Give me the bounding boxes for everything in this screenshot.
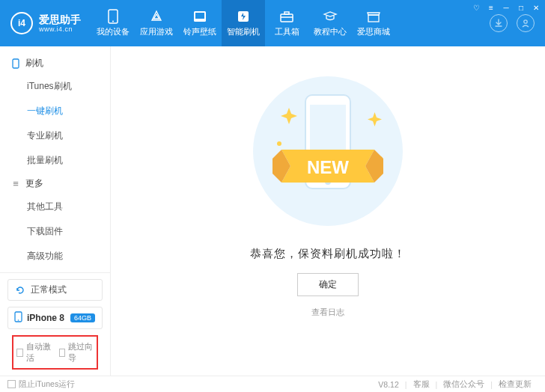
wechat-link[interactable]: 微信公众号 (437, 379, 490, 390)
sidebar-item-advanced[interactable]: 高级功能 (0, 244, 110, 269)
sidebar-bottom: 正常模式 iPhone 8 64GB 自动激活 跳过向导 (0, 272, 110, 376)
storage-badge: 64GB (70, 313, 95, 322)
toolbox-icon (279, 10, 294, 23)
sidebar-item-oneclick-flash[interactable]: 一键刷机 (0, 99, 110, 123)
device-mode-row[interactable]: 正常模式 (7, 279, 103, 301)
menu-icon[interactable]: ≡ (487, 3, 496, 12)
nav-ringtones[interactable]: 铃声壁纸 (178, 0, 222, 46)
brand-logo-icon: i4 (10, 12, 33, 34)
version-label: V8.12 (372, 380, 404, 389)
nav-store[interactable]: 爱思商城 (352, 0, 395, 46)
checkbox-label: 跳过向导 (68, 341, 94, 364)
sidebar-item-download-firmware[interactable]: 下载固件 (0, 219, 110, 244)
skin-icon[interactable]: ♡ (472, 3, 481, 12)
nav-my-device[interactable]: 我的设备 (91, 0, 135, 46)
svg-point-14 (277, 141, 281, 146)
tutorial-icon (323, 10, 338, 23)
svg-rect-3 (195, 13, 204, 19)
nav-tutorials[interactable]: 教程中心 (308, 0, 352, 46)
status-bar: 阻止iTunes运行 V8.12 | 客服 | 微信公众号 | 检查更新 (0, 376, 545, 392)
device-icon (106, 10, 121, 23)
svg-rect-8 (368, 15, 379, 22)
wallpaper-icon (192, 10, 207, 23)
sidebar-item-other-tools[interactable]: 其他工具 (0, 195, 110, 219)
brand-text: 爱思助手 www.i4.cn (39, 13, 81, 33)
checkbox-icon (16, 349, 23, 357)
new-ribbon-text: NEW (307, 157, 349, 177)
group-label: 更多 (25, 177, 43, 190)
nav-label: 爱思商城 (357, 26, 390, 37)
svg-rect-6 (284, 12, 289, 14)
svg-rect-5 (281, 14, 293, 22)
more-icon: ≡ (10, 179, 21, 189)
sidebar-scroll: 刷机 iTunes刷机 一键刷机 专业刷机 批量刷机 ≡ 更多 其他工具 下载固… (0, 46, 110, 272)
checkbox-label: 阻止iTunes运行 (19, 379, 75, 390)
device-row[interactable]: iPhone 8 64GB (7, 307, 103, 329)
svg-point-9 (524, 20, 527, 23)
svg-rect-10 (13, 59, 19, 68)
mode-label: 正常模式 (31, 284, 67, 296)
view-log-link[interactable]: 查看日志 (311, 307, 344, 318)
success-illustration: NEW (246, 69, 410, 233)
nav-label: 工具箱 (275, 26, 299, 37)
success-message: 恭喜您，保资料刷机成功啦！ (250, 247, 406, 261)
nav-label: 应用游戏 (140, 26, 173, 37)
app-header: i4 爱思助手 www.i4.cn 我的设备 应用游戏 铃声壁纸 智能刷机 工具… (0, 0, 545, 46)
nav-label: 铃声壁纸 (183, 26, 216, 37)
group-label: 刷机 (25, 57, 43, 70)
sidebar-item-itunes-flash[interactable]: iTunes刷机 (0, 74, 110, 99)
main-panel: NEW 恭喜您，保资料刷机成功啦！ 确定 查看日志 (111, 46, 545, 376)
device-name: iPhone 8 (27, 313, 64, 323)
window-controls: ♡ ≡ ─ □ ✕ (472, 3, 541, 12)
brand-subtitle: www.i4.cn (39, 25, 81, 33)
device-phone-icon (14, 311, 22, 325)
skip-guide-checkbox[interactable]: 跳过向导 (59, 341, 94, 364)
confirm-button[interactable]: 确定 (297, 273, 359, 296)
close-icon[interactable]: ✕ (532, 3, 541, 12)
nav-label: 智能刷机 (227, 26, 260, 37)
nav-apps[interactable]: 应用游戏 (135, 0, 178, 46)
nav-label: 我的设备 (97, 26, 130, 37)
store-icon (366, 10, 381, 23)
flash-icon (236, 10, 251, 23)
phone-icon (10, 58, 21, 69)
sidebar-group-more: ≡ 更多 (0, 173, 110, 195)
svg-point-1 (112, 20, 114, 22)
sidebar-group-flash: 刷机 (0, 52, 110, 74)
user-button[interactable] (517, 14, 535, 32)
block-itunes-checkbox[interactable]: 阻止iTunes运行 (7, 379, 75, 390)
nav-label: 教程中心 (314, 26, 347, 37)
svg-point-12 (18, 319, 19, 321)
brand: i4 爱思助手 www.i4.cn (0, 0, 91, 46)
minimize-icon[interactable]: ─ (502, 3, 511, 12)
checkbox-icon (59, 349, 66, 357)
apps-icon (149, 10, 164, 23)
sidebar-item-batch-flash[interactable]: 批量刷机 (0, 148, 110, 173)
app-body: 刷机 iTunes刷机 一键刷机 专业刷机 批量刷机 ≡ 更多 其他工具 下载固… (0, 46, 545, 376)
top-nav: 我的设备 应用游戏 铃声壁纸 智能刷机 工具箱 教程中心 爱思商城 (91, 0, 479, 46)
auto-activate-checkbox[interactable]: 自动激活 (16, 341, 52, 364)
checkbox-icon (7, 380, 16, 388)
maximize-icon[interactable]: □ (517, 3, 526, 12)
nav-smart-flash[interactable]: 智能刷机 (222, 0, 265, 46)
sidebar-item-pro-flash[interactable]: 专业刷机 (0, 123, 110, 148)
check-update-link[interactable]: 检查更新 (493, 379, 538, 390)
customer-service-link[interactable]: 客服 (407, 379, 436, 390)
highlighted-options: 自动激活 跳过向导 (12, 335, 98, 370)
download-button[interactable] (490, 14, 508, 32)
nav-toolbox[interactable]: 工具箱 (265, 0, 308, 46)
sidebar: 刷机 iTunes刷机 一键刷机 专业刷机 批量刷机 ≡ 更多 其他工具 下载固… (0, 46, 111, 376)
refresh-icon (14, 284, 26, 296)
brand-title: 爱思助手 (39, 13, 81, 25)
checkbox-label: 自动激活 (26, 341, 52, 364)
